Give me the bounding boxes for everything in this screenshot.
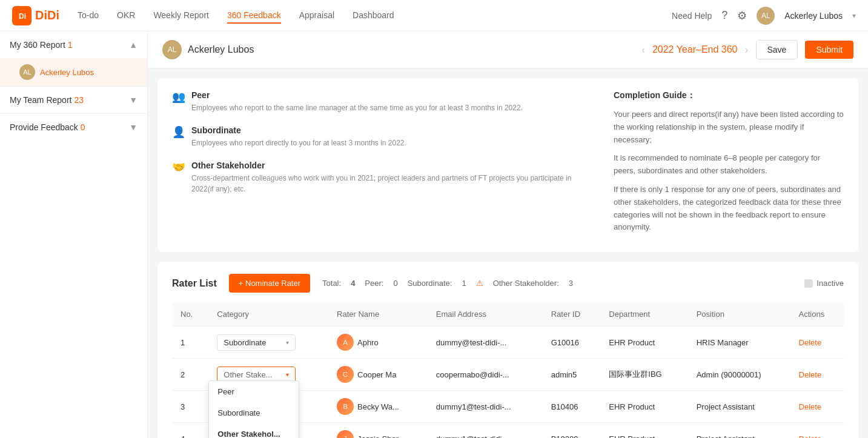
provide-feedback-header[interactable]: Provide Feedback 0 ▼ [0,114,147,141]
dropdown-chevron-2: ▾ [286,371,289,378]
dropdown-option-other[interactable]: Other Stakehol... [209,423,299,438]
dropdown-option-peer[interactable]: Peer [209,381,299,402]
table-row: 2 Other Stake... ▾ Peer Subordinate Othe… [172,359,844,391]
ackerley-avatar: AL [19,64,35,80]
row2-category[interactable]: Other Stake... ▾ Peer Subordinate Other … [208,359,328,391]
didi-logo-icon: Di [12,6,31,25]
save-button[interactable]: Save [756,40,798,59]
row1-category-select[interactable]: Subordinate ▾ [217,334,296,351]
col-email: Email Address [428,302,543,327]
provide-feedback-label: Provide Feedback [10,122,78,132]
row4-delete-button[interactable]: Delete [799,434,822,438]
row1-action[interactable]: Delete [790,327,844,359]
row4-no: 4 [172,423,208,438]
user-chevron-icon[interactable]: ▾ [852,12,856,20]
dropdown-option-subordinate[interactable]: Subordinate [209,402,299,423]
help-icon[interactable]: ? [721,9,727,22]
my-team-report-count: 23 [74,95,84,105]
nav-dashboard[interactable]: Dashboard [353,8,394,24]
completion-guide-point-3: If there is only 1 response for any one … [614,184,844,234]
row1-position: HRIS Manager [688,327,790,359]
total-count: 4 [351,279,355,288]
nav-todo[interactable]: To-do [78,8,99,24]
col-rater-id: Rater ID [543,302,601,327]
my-360-report-label: My 360 Report [10,40,65,50]
subordinate-category-item: 👤 Subordinate Employees who report direc… [172,125,589,148]
my-team-report-section: My Team Report 23 ▼ [0,87,147,113]
provide-feedback-section: Provide Feedback 0 ▼ [0,114,147,141]
content-header-title: Ackerley Lubos [188,44,254,55]
completion-guide-point-1: Your peers and direct reports(if any) ha… [614,108,844,146]
row1-email: dummy@test-didi-... [428,327,543,359]
row4-action[interactable]: Delete [790,423,844,438]
other-stat-label: Other Stakeholder: [493,279,559,288]
my-team-report-label: My Team Report [10,95,71,105]
total-label: Total: [322,279,341,288]
row3-position: Project Assistant [688,391,790,423]
chevron-down-icon: ▼ [129,95,137,105]
other-stakeholder-desc: Cross-department colleagues who work wit… [191,173,589,194]
nav-360-feedback[interactable]: 360 Feedback [227,8,281,24]
row2-rater-id: admin5 [543,359,601,391]
report-title: 2022 Year–End 360 [652,44,738,55]
prev-report-arrow[interactable]: ‹ [641,44,645,56]
sidebar-item-ackerley[interactable]: AL Ackerley Lubos [0,58,147,86]
nav-appraisal[interactable]: Appraisal [299,8,334,24]
header-user-avatar: AL [162,40,182,59]
row1-department: EHR Product [600,327,687,359]
nav-okr[interactable]: OKR [117,8,135,24]
rater-list-title: Rater List [172,278,217,289]
row2-email: coopermabo@didi-... [428,359,543,391]
rater-section: Rater List + Nominate Rater Total: 4 Pee… [157,262,858,438]
row2-rater-name: C Cooper Ma [328,359,428,391]
table-header-row: No. Category Rater Name Email Address Ra… [172,302,844,327]
nav-weekly-report[interactable]: Weekly Report [153,8,209,24]
provide-feedback-count: 0 [81,122,85,132]
need-help-link[interactable]: Need Help [672,11,712,21]
row3-delete-button[interactable]: Delete [799,402,822,411]
my-360-report-count: 1 [68,40,73,50]
row1-category[interactable]: Subordinate ▾ [208,327,328,359]
rater-header: Rater List + Nominate Rater Total: 4 Pee… [172,274,844,293]
row3-action[interactable]: Delete [790,391,844,423]
next-report-arrow[interactable]: › [745,44,749,56]
settings-icon[interactable]: ⚙ [737,9,747,22]
my-team-report-header[interactable]: My Team Report 23 ▼ [0,87,147,113]
col-no: No. [172,302,208,327]
peer-desc: Employees who report to the same line ma… [191,102,523,113]
dropdown-chevron: ▾ [286,339,289,346]
row3-rater-id: B10406 [543,391,601,423]
row1-delete-button[interactable]: Delete [799,338,822,347]
submit-button[interactable]: Submit [805,41,853,59]
completion-guide-point-2: It is recommended to nominate 6–8 people… [614,152,844,178]
rater-stats: Total: 4 Peer: 0 Subordinate: 1 ⚠ Other … [322,279,573,288]
main-layout: My 360 Report 1 ▲ AL Ackerley Lubos My T… [0,32,868,438]
sidebar-item-ackerley-label: Ackerley Lubos [40,68,94,77]
row1-no: 1 [172,327,208,359]
row3-avatar: B [337,398,354,415]
inactive-legend-label: Inactive [817,279,844,288]
my-360-report-section: My 360 Report 1 ▲ AL Ackerley Lubos [0,32,147,86]
peer-title: Peer [191,90,523,100]
content-header-left: AL Ackerley Lubos [162,40,254,59]
rater-table: No. Category Rater Name Email Address Ra… [172,302,844,438]
row3-no: 3 [172,391,208,423]
row4-email: dummy1@test-didi-... [428,423,543,438]
col-category: Category [208,302,328,327]
row2-action[interactable]: Delete [790,359,844,391]
user-avatar-nav: AL [757,7,775,25]
content-header-right: ‹ 2022 Year–End 360 › Save Submit [641,40,853,59]
user-name-nav[interactable]: Ackerley Lubos [784,11,843,21]
my-360-report-header[interactable]: My 360 Report 1 ▲ [0,32,147,58]
col-position: Position [688,302,790,327]
completion-guide-title: Completion Guide： [614,90,844,101]
nominate-rater-button[interactable]: + Nominate Rater [229,274,310,293]
row2-delete-button[interactable]: Delete [799,370,822,379]
subordinate-desc: Employees who report directly to you for… [191,138,406,148]
row4-rater-name: J Jessie Shar [328,423,428,438]
svg-text:Di: Di [19,12,26,21]
info-panel: 👥 Peer Employees who report to the same … [157,78,858,252]
chevron-up-icon: ▲ [129,40,137,50]
subordinate-stat-label: Subordinate: [408,279,452,288]
row4-avatar: J [337,430,354,438]
